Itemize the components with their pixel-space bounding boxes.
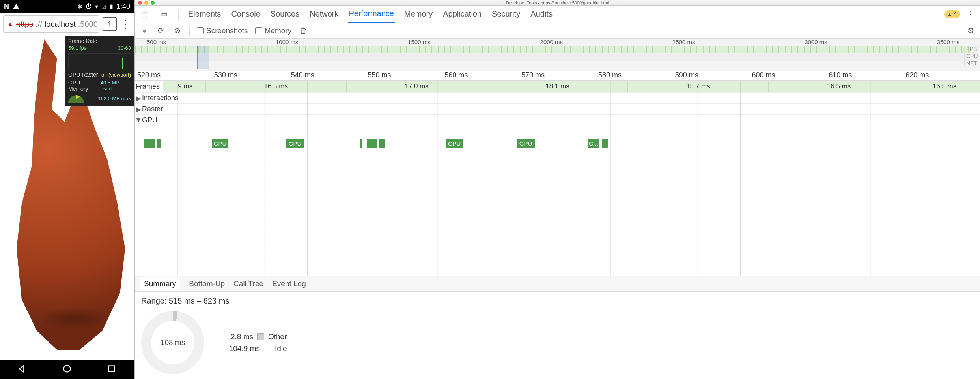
ruler-tick: 620 ms [903, 71, 980, 80]
gpu-activity-block[interactable] [367, 139, 377, 148]
ruler-tick: 590 ms [673, 71, 750, 80]
gpu-activity-block[interactable] [157, 139, 161, 148]
screenshots-label: Screenshots [206, 26, 248, 35]
tick: 2500 ms [672, 39, 695, 45]
tab-sources[interactable]: Sources [270, 6, 300, 23]
browser-toolbar: ▲ https://localhost:5000/goodbl 1 ⋮ [0, 13, 134, 36]
tick: 500 ms [147, 39, 166, 45]
gpu-mem-pie [68, 95, 84, 103]
fps-range: 30-63 [118, 45, 131, 51]
screenshots-checkbox[interactable]: Screenshots [197, 26, 248, 35]
tab-performance[interactable]: Performance [348, 5, 395, 23]
tab-event-log[interactable]: Event Log [272, 277, 306, 291]
gpu-mem-used: 40.5 MB used [101, 80, 131, 92]
gpu-activity-block[interactable] [360, 139, 362, 148]
tab-security[interactable]: Security [491, 6, 521, 23]
window-titlebar: Developer Tools - https://localhost:5000… [135, 0, 980, 6]
chevron-right-icon[interactable]: ▶ [135, 105, 142, 114]
ruler-tick: 560 ms [442, 71, 519, 80]
inspect-element-icon[interactable]: ⬚ [139, 10, 150, 19]
frames-label: Frames [135, 81, 163, 92]
battery-icon: ▮ [110, 3, 113, 10]
gc-button[interactable]: 🗑 [299, 26, 308, 35]
url-bar[interactable]: ▲ https://localhost:5000/goodbl [3, 15, 99, 33]
ruler-tick: 520 ms [135, 71, 212, 80]
back-button[interactable] [17, 364, 28, 375]
interactions-track[interactable]: ▶Interactions [135, 92, 980, 103]
traffic-lights[interactable] [138, 1, 155, 5]
legend-swatch [257, 333, 264, 340]
svg-rect-1 [109, 366, 115, 371]
gpu-lane: GPUGPUGPUGPUG... [135, 126, 980, 153]
tab-bottom-up[interactable]: Bottom-Up [189, 277, 225, 291]
gpu-activity-block[interactable] [602, 139, 608, 148]
tick: 2000 ms [540, 39, 563, 45]
tab-count-button[interactable]: 1 [103, 17, 117, 31]
reload-record-button[interactable]: ⟳ [156, 26, 166, 35]
legend-item: 2.8 msOther [218, 332, 287, 341]
frame-cell[interactable]: 17.0 ms [347, 81, 487, 92]
chevron-down-icon[interactable]: ▼ [135, 116, 142, 124]
menu-button[interactable]: ⋮ [120, 18, 131, 31]
device-toggle-icon[interactable]: ▭ [159, 10, 170, 19]
recents-button[interactable] [106, 364, 117, 375]
tab-application[interactable]: Application [442, 6, 482, 23]
devtools-menu-icon[interactable]: ⋮ [965, 10, 976, 19]
chevron-right-icon[interactable]: ▶ [135, 94, 142, 103]
insecure-icon: ▲ [7, 20, 14, 28]
ruler-tick: 580 ms [596, 71, 673, 80]
flame-chart[interactable]: 520 ms 530 ms 540 ms 550 ms 560 ms 570 m… [135, 71, 980, 276]
page-viewport[interactable]: Frame Rate 59.1 fps 30-63 GPU Raster off… [0, 36, 134, 360]
tab-console[interactable]: Console [230, 6, 261, 23]
gpu-raster-value: off (viewport) [101, 72, 131, 78]
ruler-tick: 610 ms [826, 71, 903, 80]
tab-call-tree[interactable]: Call Tree [233, 277, 263, 291]
raster-track[interactable]: ▶Raster [135, 103, 980, 114]
frame-cell[interactable]: 15.7 ms [628, 81, 769, 92]
bluetooth-icon: ✱ [77, 3, 82, 10]
home-button[interactable] [62, 364, 72, 375]
overview-labels: FPS CPU NET [964, 46, 980, 66]
gpu-activity-block[interactable] [144, 139, 155, 148]
record-button[interactable]: ● [140, 26, 149, 35]
legend-label: Idle [275, 344, 287, 353]
vibrate-icon: ⏻ [86, 3, 92, 10]
tab-network[interactable]: Network [309, 6, 339, 23]
fps-label: FPS [966, 46, 980, 52]
tab-audits[interactable]: Audits [530, 6, 553, 23]
tab-elements[interactable]: Elements [187, 6, 222, 23]
ruler-tick: 540 ms [289, 71, 366, 80]
android-status-bar: N ✱ ⏻ ▾ ⊿ ▮ 1:40 [0, 0, 134, 13]
settings-icon[interactable]: ⚙ [966, 26, 975, 35]
tick: 3000 ms [805, 39, 827, 45]
gpu-activity-block[interactable]: GPU [517, 139, 535, 148]
memory-checkbox[interactable]: Memory [255, 26, 292, 35]
separator [178, 9, 179, 20]
frame-cell[interactable]: 16.5 ms [206, 81, 347, 92]
frame-cell[interactable]: .9 ms [163, 81, 206, 92]
separator [189, 26, 190, 36]
gpu-memory-label: GPU Memory [68, 79, 101, 92]
timeline-overview[interactable]: 500 ms 1000 ms 1500 ms 2000 ms 2500 ms 3… [135, 39, 980, 71]
gpu-activity-block[interactable]: G... [588, 139, 599, 148]
cpu-label: CPU [966, 53, 980, 59]
svg-point-0 [63, 365, 70, 372]
warnings-badge[interactable]: 4 [944, 10, 960, 18]
gpu-activity-block[interactable]: GPU [212, 139, 228, 148]
clock-text: 1:40 [116, 2, 130, 11]
gpu-activity-block[interactable] [379, 139, 385, 148]
perf-toolbar: ● ⟳ ⊘ Screenshots Memory 🗑 ⚙ [135, 23, 980, 39]
frame-cell[interactable]: 18.1 ms [487, 81, 628, 92]
gpu-activity-block[interactable]: GPU [446, 139, 463, 148]
overview-selection[interactable] [197, 46, 209, 69]
gpu-track[interactable]: ▼GPU [135, 114, 980, 126]
memory-label: Memory [265, 26, 292, 35]
tab-memory[interactable]: Memory [403, 6, 433, 23]
clear-button[interactable]: ⊘ [173, 26, 182, 35]
donut-total: 108 ms [161, 338, 185, 347]
frame-cell[interactable]: 16.5 ms [769, 81, 909, 92]
tab-summary[interactable]: Summary [140, 277, 180, 291]
frame-rate-label: Frame Rate [68, 38, 131, 44]
playhead[interactable] [289, 81, 289, 276]
frame-cell[interactable]: 16.5 ms [909, 81, 980, 92]
